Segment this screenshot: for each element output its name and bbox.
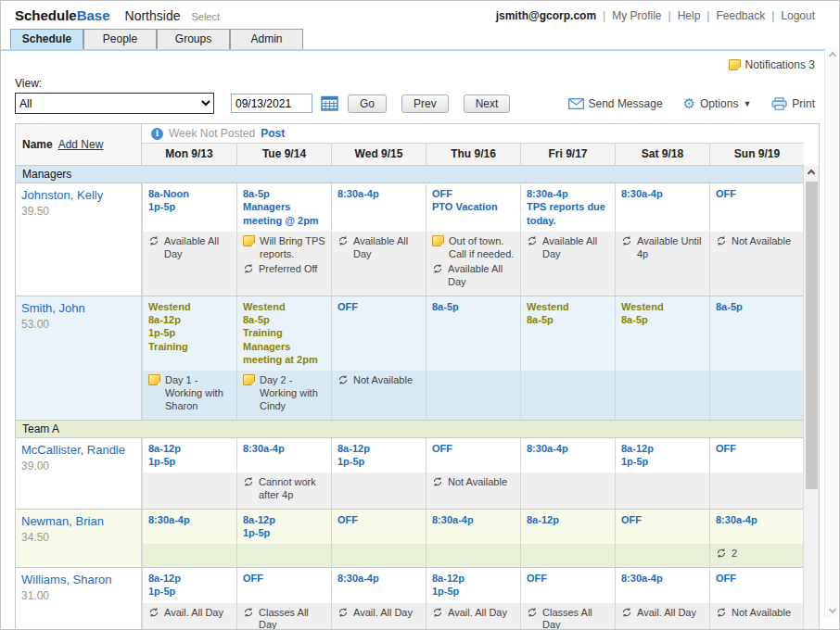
tab-people[interactable]: People xyxy=(83,29,157,49)
note-cell[interactable]: Will Bring TPS reports.Preferred Off xyxy=(236,232,331,296)
tab-groups[interactable]: Groups xyxy=(157,29,230,49)
note-cell[interactable]: Available All Day xyxy=(520,232,615,296)
note-cell[interactable]: Out of town. Call if needed.Available Al… xyxy=(426,232,520,296)
shift-cell[interactable]: OFF xyxy=(615,510,709,545)
note-cell[interactable]: Available Until 4p xyxy=(615,232,709,296)
note-cell[interactable]: Available All Day xyxy=(142,232,236,296)
shift-cell[interactable]: 8:30a-4p xyxy=(142,510,236,545)
view-select[interactable]: All xyxy=(15,93,214,114)
note-cell[interactable]: Day 2 - Working with Cindy xyxy=(236,371,331,419)
shift-cell[interactable]: Westend8a-5p xyxy=(520,296,615,371)
note-cell[interactable]: Not Available xyxy=(331,371,426,419)
notifications-link[interactable]: Notifications 3 xyxy=(745,58,815,71)
note-cell[interactable] xyxy=(331,544,426,567)
shift-cell[interactable]: OFF xyxy=(331,296,426,371)
options-button[interactable]: ⚙ Options ▼ xyxy=(683,96,752,110)
date-input[interactable] xyxy=(231,94,312,113)
shift-cell[interactable]: OFF xyxy=(709,568,804,603)
shift-cell[interactable]: 8a-12p1p-5p xyxy=(331,438,426,473)
shift-cell[interactable]: 8:30a-4p xyxy=(236,438,331,473)
note-cell[interactable] xyxy=(426,544,520,567)
shift-cell[interactable]: 8a-12p xyxy=(520,510,615,545)
logout-link[interactable]: Logout xyxy=(781,9,815,22)
add-new-link[interactable]: Add New xyxy=(58,138,104,151)
note-cell[interactable] xyxy=(520,371,615,419)
shift-cell[interactable]: OFF xyxy=(426,438,520,473)
note-cell[interactable] xyxy=(142,472,236,509)
shift-cell[interactable]: 8:30a-4p xyxy=(331,183,426,232)
note-cell[interactable]: Avail. All Day xyxy=(331,603,426,630)
post-link[interactable]: Post xyxy=(261,127,285,140)
next-button[interactable]: Next xyxy=(464,94,511,113)
page-scrollbar[interactable] xyxy=(824,47,839,618)
shift-cell[interactable]: 8:30a-4p xyxy=(520,438,615,473)
shift-cell[interactable]: 8:30a-4p xyxy=(709,510,804,545)
help-link[interactable]: Help xyxy=(678,9,701,22)
select-location-link[interactable]: Select xyxy=(191,11,220,22)
shift-cell[interactable]: 8:30a-4p xyxy=(426,510,520,545)
person-name-link[interactable]: Smith, John xyxy=(21,301,135,315)
shift-cell[interactable]: 8:30a-4p xyxy=(615,568,709,603)
shift-cell[interactable]: 8a-12p1p-5p xyxy=(615,438,709,473)
calendar-icon[interactable] xyxy=(321,95,338,111)
note-cell[interactable]: Cannot work after 4p xyxy=(236,472,331,509)
note-cell[interactable] xyxy=(615,544,709,567)
shift-cell[interactable]: 8a-12p1p-5p xyxy=(236,510,331,545)
scroll-up-button[interactable] xyxy=(804,165,820,181)
note-cell[interactable] xyxy=(520,472,615,509)
note-cell[interactable] xyxy=(709,472,804,509)
person-name-link[interactable]: Johnston, Kelly xyxy=(21,188,135,202)
shift-cell[interactable]: 8a-5p xyxy=(709,296,804,371)
tab-schedule[interactable]: Schedule xyxy=(10,29,83,49)
note-cell[interactable]: Available All Day xyxy=(331,232,426,296)
note-cell[interactable] xyxy=(709,371,804,419)
page-scroll-down-icon[interactable] xyxy=(828,606,835,613)
shift-cell[interactable]: OFF xyxy=(709,183,804,232)
shift-cell[interactable]: OFF xyxy=(709,438,804,473)
shift-cell[interactable]: 8:30a-4p xyxy=(615,183,709,232)
shift-cell[interactable]: Westend8a-5pTrainingManagers meeting at … xyxy=(236,296,331,371)
table-scrollbar[interactable] xyxy=(803,165,819,630)
note-cell[interactable]: Avail. All Day xyxy=(142,603,236,630)
print-button[interactable]: Print xyxy=(771,97,815,110)
shift-cell[interactable]: OFFPTO Vacation xyxy=(426,183,520,232)
tab-admin[interactable]: Admin xyxy=(230,29,303,49)
note-cell[interactable]: Classes All Day xyxy=(520,603,615,630)
shift-cell[interactable]: 8a-5p xyxy=(426,296,520,371)
person-name-link[interactable]: Williams, Sharon xyxy=(21,573,135,586)
shift-cell[interactable]: 8a-12p1p-5p xyxy=(426,568,520,603)
note-cell[interactable] xyxy=(331,472,426,509)
note-cell[interactable]: Not Available xyxy=(709,603,804,630)
note-cell[interactable]: Classes All Day xyxy=(236,603,331,630)
person-name-link[interactable]: McCallister, Randle xyxy=(21,443,135,457)
page-scroll-up-icon[interactable] xyxy=(828,52,835,59)
note-cell[interactable]: Avail. All Day xyxy=(426,603,520,630)
shift-cell[interactable]: 8a-Noon1p-5p xyxy=(142,183,236,232)
send-message-button[interactable]: Send Message xyxy=(568,97,663,110)
feedback-link[interactable]: Feedback xyxy=(716,9,765,22)
shift-cell[interactable]: 8:30a-4p xyxy=(331,568,426,603)
my-profile-link[interactable]: My Profile xyxy=(612,9,661,22)
shift-cell[interactable]: 8a-12p1p-5p xyxy=(142,568,236,603)
scrollbar-thumb[interactable] xyxy=(806,182,818,489)
person-name-link[interactable]: Newman, Brian xyxy=(21,514,135,528)
shift-cell[interactable]: Westend8a-5p xyxy=(615,296,709,371)
note-cell[interactable] xyxy=(142,544,236,567)
shift-cell[interactable]: OFF xyxy=(520,568,615,603)
shift-cell[interactable]: OFF xyxy=(331,510,426,545)
note-cell[interactable]: Day 1 - Working with Sharon xyxy=(142,371,236,419)
note-cell[interactable] xyxy=(615,371,709,419)
note-cell[interactable] xyxy=(520,544,615,567)
shift-cell[interactable]: 8:30a-4pTPS reports due today. xyxy=(520,183,615,232)
shift-cell[interactable]: 8a-5pManagers meeting @ 2pm xyxy=(236,183,331,232)
prev-button[interactable]: Prev xyxy=(401,94,449,113)
note-cell[interactable]: Not Available xyxy=(709,232,804,296)
note-cell[interactable]: Not Available xyxy=(426,472,520,509)
note-cell[interactable] xyxy=(236,544,331,567)
note-cell[interactable] xyxy=(426,371,520,419)
go-button[interactable]: Go xyxy=(348,94,387,113)
note-cell[interactable]: Avail. All Day xyxy=(615,603,709,630)
shift-cell[interactable]: OFF xyxy=(236,568,331,603)
shift-cell[interactable]: 8a-12p1p-5p xyxy=(142,438,236,473)
shift-cell[interactable]: Westend8a-12p1p-5pTraining xyxy=(142,296,236,371)
